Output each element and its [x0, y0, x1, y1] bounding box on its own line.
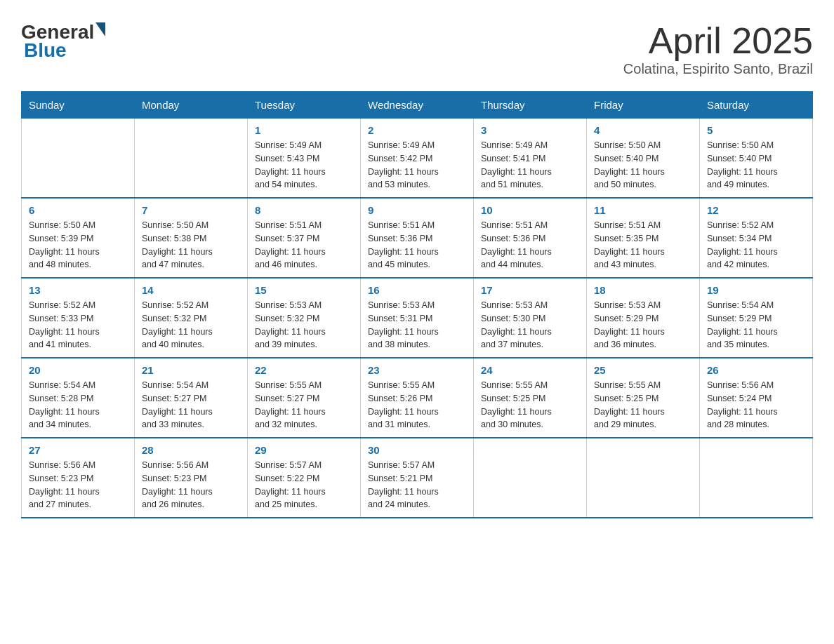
day-number: 29: [255, 444, 353, 456]
header-wednesday: Wednesday: [361, 92, 474, 119]
day-cell: 30Sunrise: 5:57 AM Sunset: 5:21 PM Dayli…: [361, 438, 474, 518]
day-cell: 27Sunrise: 5:56 AM Sunset: 5:23 PM Dayli…: [22, 438, 135, 518]
day-number: 7: [142, 204, 240, 216]
day-number: 10: [481, 204, 579, 216]
day-cell: 21Sunrise: 5:54 AM Sunset: 5:27 PM Dayli…: [135, 358, 248, 438]
day-number: 14: [142, 284, 240, 296]
day-info: Sunrise: 5:52 AM Sunset: 5:32 PM Dayligh…: [142, 299, 240, 351]
day-number: 13: [29, 284, 127, 296]
day-cell: [474, 438, 587, 518]
week-row-1: 1Sunrise: 5:49 AM Sunset: 5:43 PM Daylig…: [22, 119, 813, 199]
day-info: Sunrise: 5:50 AM Sunset: 5:40 PM Dayligh…: [707, 139, 805, 192]
day-cell: 10Sunrise: 5:51 AM Sunset: 5:36 PM Dayli…: [474, 198, 587, 278]
day-cell: 29Sunrise: 5:57 AM Sunset: 5:22 PM Dayli…: [248, 438, 361, 518]
day-cell: 18Sunrise: 5:53 AM Sunset: 5:29 PM Dayli…: [587, 278, 700, 358]
day-cell: 28Sunrise: 5:56 AM Sunset: 5:23 PM Dayli…: [135, 438, 248, 518]
header-saturday: Saturday: [700, 92, 813, 119]
day-cell: 25Sunrise: 5:55 AM Sunset: 5:25 PM Dayli…: [587, 358, 700, 438]
day-info: Sunrise: 5:49 AM Sunset: 5:43 PM Dayligh…: [255, 139, 353, 192]
day-number: 16: [368, 284, 466, 296]
page-header: General Blue April 2025 Colatina, Espiri…: [21, 21, 813, 77]
week-row-2: 6Sunrise: 5:50 AM Sunset: 5:39 PM Daylig…: [22, 198, 813, 278]
day-cell: 3Sunrise: 5:49 AM Sunset: 5:41 PM Daylig…: [474, 119, 587, 199]
day-info: Sunrise: 5:56 AM Sunset: 5:24 PM Dayligh…: [707, 379, 805, 431]
day-number: 1: [255, 124, 353, 136]
week-row-3: 13Sunrise: 5:52 AM Sunset: 5:33 PM Dayli…: [22, 278, 813, 358]
day-info: Sunrise: 5:51 AM Sunset: 5:36 PM Dayligh…: [481, 219, 579, 271]
day-number: 2: [368, 124, 466, 136]
day-info: Sunrise: 5:53 AM Sunset: 5:30 PM Dayligh…: [481, 299, 579, 351]
header-sunday: Sunday: [22, 92, 135, 119]
day-number: 3: [481, 124, 579, 136]
day-cell: [700, 438, 813, 518]
day-cell: 24Sunrise: 5:55 AM Sunset: 5:25 PM Dayli…: [474, 358, 587, 438]
day-number: 9: [368, 204, 466, 216]
week-row-5: 27Sunrise: 5:56 AM Sunset: 5:23 PM Dayli…: [22, 438, 813, 518]
day-info: Sunrise: 5:56 AM Sunset: 5:23 PM Dayligh…: [29, 459, 127, 511]
day-cell: 17Sunrise: 5:53 AM Sunset: 5:30 PM Dayli…: [474, 278, 587, 358]
day-info: Sunrise: 5:52 AM Sunset: 5:33 PM Dayligh…: [29, 299, 127, 351]
day-info: Sunrise: 5:57 AM Sunset: 5:22 PM Dayligh…: [255, 459, 353, 511]
day-info: Sunrise: 5:56 AM Sunset: 5:23 PM Dayligh…: [142, 459, 240, 511]
day-cell: 15Sunrise: 5:53 AM Sunset: 5:32 PM Dayli…: [248, 278, 361, 358]
day-info: Sunrise: 5:52 AM Sunset: 5:34 PM Dayligh…: [707, 219, 805, 271]
day-number: 27: [29, 444, 127, 456]
day-cell: 13Sunrise: 5:52 AM Sunset: 5:33 PM Dayli…: [22, 278, 135, 358]
day-info: Sunrise: 5:54 AM Sunset: 5:28 PM Dayligh…: [29, 379, 127, 431]
day-info: Sunrise: 5:49 AM Sunset: 5:41 PM Dayligh…: [481, 139, 579, 192]
day-cell: 16Sunrise: 5:53 AM Sunset: 5:31 PM Dayli…: [361, 278, 474, 358]
header-monday: Monday: [135, 92, 248, 119]
day-cell: 23Sunrise: 5:55 AM Sunset: 5:26 PM Dayli…: [361, 358, 474, 438]
day-cell: [587, 438, 700, 518]
logo: General Blue: [21, 21, 105, 62]
location-subtitle: Colatina, Espirito Santo, Brazil: [623, 61, 813, 77]
week-row-4: 20Sunrise: 5:54 AM Sunset: 5:28 PM Dayli…: [22, 358, 813, 438]
day-cell: 1Sunrise: 5:49 AM Sunset: 5:43 PM Daylig…: [248, 119, 361, 199]
day-info: Sunrise: 5:55 AM Sunset: 5:25 PM Dayligh…: [594, 379, 692, 431]
day-info: Sunrise: 5:49 AM Sunset: 5:42 PM Dayligh…: [368, 139, 466, 192]
day-number: 26: [707, 364, 805, 376]
day-number: 17: [481, 284, 579, 296]
day-number: 15: [255, 284, 353, 296]
day-info: Sunrise: 5:50 AM Sunset: 5:40 PM Dayligh…: [594, 139, 692, 192]
day-info: Sunrise: 5:50 AM Sunset: 5:38 PM Dayligh…: [142, 219, 240, 271]
day-number: 12: [707, 204, 805, 216]
day-number: 28: [142, 444, 240, 456]
day-number: 22: [255, 364, 353, 376]
day-number: 11: [594, 204, 692, 216]
day-info: Sunrise: 5:53 AM Sunset: 5:29 PM Dayligh…: [594, 299, 692, 351]
day-cell: 12Sunrise: 5:52 AM Sunset: 5:34 PM Dayli…: [700, 198, 813, 278]
day-number: 30: [368, 444, 466, 456]
day-cell: 22Sunrise: 5:55 AM Sunset: 5:27 PM Dayli…: [248, 358, 361, 438]
day-info: Sunrise: 5:55 AM Sunset: 5:25 PM Dayligh…: [481, 379, 579, 431]
header-friday: Friday: [587, 92, 700, 119]
day-info: Sunrise: 5:51 AM Sunset: 5:35 PM Dayligh…: [594, 219, 692, 271]
day-info: Sunrise: 5:50 AM Sunset: 5:39 PM Dayligh…: [29, 219, 127, 271]
calendar-title: April 2025: [623, 21, 813, 61]
day-cell: 9Sunrise: 5:51 AM Sunset: 5:36 PM Daylig…: [361, 198, 474, 278]
day-number: 23: [368, 364, 466, 376]
day-number: 8: [255, 204, 353, 216]
day-info: Sunrise: 5:53 AM Sunset: 5:31 PM Dayligh…: [368, 299, 466, 351]
day-number: 18: [594, 284, 692, 296]
day-cell: 14Sunrise: 5:52 AM Sunset: 5:32 PM Dayli…: [135, 278, 248, 358]
day-cell: 5Sunrise: 5:50 AM Sunset: 5:40 PM Daylig…: [700, 119, 813, 199]
day-number: 20: [29, 364, 127, 376]
logo-blue-text: Blue: [24, 39, 67, 62]
header-tuesday: Tuesday: [248, 92, 361, 119]
day-number: 5: [707, 124, 805, 136]
day-info: Sunrise: 5:54 AM Sunset: 5:29 PM Dayligh…: [707, 299, 805, 351]
day-info: Sunrise: 5:51 AM Sunset: 5:36 PM Dayligh…: [368, 219, 466, 271]
day-info: Sunrise: 5:54 AM Sunset: 5:27 PM Dayligh…: [142, 379, 240, 431]
day-cell: 8Sunrise: 5:51 AM Sunset: 5:37 PM Daylig…: [248, 198, 361, 278]
calendar-header-row: SundayMondayTuesdayWednesdayThursdayFrid…: [22, 92, 813, 119]
header-thursday: Thursday: [474, 92, 587, 119]
day-number: 21: [142, 364, 240, 376]
day-number: 6: [29, 204, 127, 216]
day-cell: 26Sunrise: 5:56 AM Sunset: 5:24 PM Dayli…: [700, 358, 813, 438]
day-number: 24: [481, 364, 579, 376]
title-block: April 2025 Colatina, Espirito Santo, Bra…: [623, 21, 813, 77]
day-cell: 4Sunrise: 5:50 AM Sunset: 5:40 PM Daylig…: [587, 119, 700, 199]
day-number: 19: [707, 284, 805, 296]
day-cell: 2Sunrise: 5:49 AM Sunset: 5:42 PM Daylig…: [361, 119, 474, 199]
